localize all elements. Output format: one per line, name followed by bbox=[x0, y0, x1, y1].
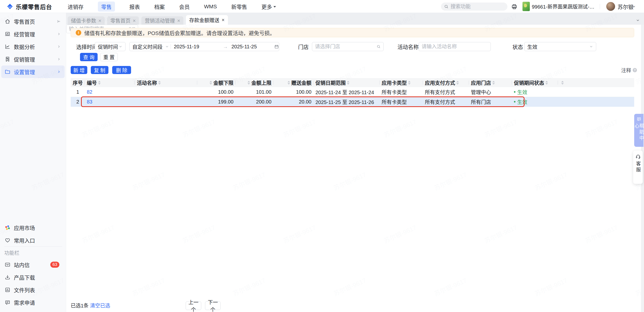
sidebar-item-label: 促销管理 bbox=[14, 55, 57, 63]
range-type-value: 自定义时间段 bbox=[132, 43, 163, 50]
column-header[interactable]: 赠送金额 bbox=[273, 78, 313, 87]
sidebar-item[interactable]: 文件列表 bbox=[1, 284, 65, 296]
question-icon[interactable]: ? bbox=[633, 68, 637, 72]
column-header[interactable]: 应用门店 bbox=[469, 78, 512, 87]
sidebar-item[interactable]: 设置管理 bbox=[1, 65, 65, 78]
close-icon[interactable]: × bbox=[133, 18, 136, 23]
column-header[interactable]: 金额上限 bbox=[235, 78, 273, 87]
column-header[interactable] bbox=[558, 78, 634, 87]
printer-icon[interactable] bbox=[511, 3, 518, 10]
tab[interactable]: 存款金额赠送× bbox=[186, 15, 228, 25]
nav-item[interactable]: 进销存 bbox=[68, 3, 84, 10]
delete-button[interactable]: 删除 bbox=[112, 66, 131, 74]
sidebar-item[interactable]: 站内信63 bbox=[1, 258, 65, 271]
activity-filter-label: 活动名称 bbox=[397, 42, 419, 51]
table-row[interactable]: 182100.00101.00100.002025-11-24 至 2025-1… bbox=[71, 87, 634, 97]
column-label: 活动名称 bbox=[137, 79, 157, 86]
sidebar-item[interactable]: 需求申请 bbox=[1, 296, 65, 309]
sort-icon bbox=[288, 81, 290, 85]
sidebar-item[interactable]: 常用入口 bbox=[1, 234, 65, 247]
tab-list-chevron-icon[interactable] bbox=[636, 18, 640, 22]
query-button[interactable]: 查询 bbox=[80, 53, 98, 61]
store-filter-label: 门店 bbox=[298, 42, 309, 51]
nav-item[interactable]: WMS bbox=[204, 4, 217, 10]
status-dot bbox=[514, 91, 515, 93]
user-name[interactable]: 苏尔银 bbox=[618, 0, 633, 13]
search-input[interactable] bbox=[451, 4, 504, 10]
sidebar-item[interactable]: 零售首页 bbox=[1, 15, 65, 28]
logo-icon bbox=[7, 3, 13, 10]
reset-button[interactable]: 重置 bbox=[100, 53, 118, 61]
column-header[interactable]: 活动名称 bbox=[135, 78, 197, 87]
time-type-select[interactable]: 促销时间 bbox=[95, 42, 126, 51]
time-type-value: 促销时间 bbox=[98, 43, 118, 50]
end-date-field[interactable]: 2025-11-25 bbox=[231, 44, 274, 50]
row-id-link[interactable]: 82 bbox=[87, 89, 92, 95]
column-header[interactable]: 应用卡类型 bbox=[380, 78, 423, 87]
sidebar-item[interactable]: 应用市场 bbox=[1, 221, 65, 234]
chevron-down-icon bbox=[589, 45, 593, 49]
calendar-icon[interactable] bbox=[274, 44, 279, 49]
nav-item[interactable]: 更多 bbox=[261, 3, 276, 10]
nav-item[interactable]: 零售 bbox=[98, 2, 115, 12]
tab[interactable]: 营销活动管理× bbox=[141, 16, 183, 25]
sidebar-item[interactable]: 促销管理 bbox=[1, 53, 65, 65]
nav-item[interactable]: 会员 bbox=[179, 3, 190, 10]
sidebar-item[interactable]: 经营管理 bbox=[1, 28, 65, 40]
table-cell: 生效 bbox=[512, 88, 558, 96]
sidebar-item-label: 零售首页 bbox=[14, 18, 57, 25]
close-icon[interactable]: × bbox=[177, 18, 180, 23]
table-cell: 82 bbox=[85, 89, 135, 95]
close-icon[interactable]: × bbox=[222, 17, 225, 22]
status-badge: 生效 bbox=[514, 88, 527, 96]
nav-item[interactable]: 新零售 bbox=[231, 3, 247, 10]
collapse-sidebar-icon[interactable] bbox=[57, 19, 61, 23]
chevron-down-icon bbox=[273, 6, 276, 8]
activity-name-field[interactable] bbox=[419, 42, 491, 51]
table-cell: 83 bbox=[85, 99, 135, 105]
tab[interactable]: 零售首页× bbox=[107, 16, 139, 25]
start-date-field[interactable]: 2025-11-19 bbox=[174, 44, 223, 50]
table-cell: 101.00 bbox=[235, 89, 273, 95]
next-button[interactable]: 下一个 bbox=[205, 301, 221, 310]
add-button[interactable]: 新增 bbox=[71, 66, 87, 74]
tab[interactable]: 储值卡参数× bbox=[68, 16, 105, 25]
column-label: 金额上限 bbox=[251, 79, 271, 86]
search-icon bbox=[444, 4, 449, 9]
avatar[interactable] bbox=[606, 2, 615, 11]
store-select[interactable] bbox=[312, 42, 384, 51]
global-search[interactable] bbox=[441, 3, 507, 11]
range-type-select[interactable]: 自定义时间段 bbox=[132, 43, 171, 50]
column-header[interactable]: 编号 bbox=[85, 78, 135, 87]
table-cell: 199.00 bbox=[197, 99, 235, 105]
previous-button[interactable]: 上一个 bbox=[186, 301, 201, 310]
user-menu-chevron[interactable] bbox=[632, 0, 636, 13]
sidebar-item[interactable]: 数据分析 bbox=[1, 40, 65, 53]
help-center-panel[interactable]: 帮助中心 bbox=[634, 114, 643, 147]
store-input[interactable] bbox=[315, 44, 377, 50]
sidebar-item-label: 常用入口 bbox=[14, 236, 61, 244]
table-cell: 2025-11-25 至 2025-11-26 bbox=[313, 98, 380, 106]
nav-item[interactable]: 档案 bbox=[154, 3, 165, 10]
column-header[interactable]: 金额下限 bbox=[197, 78, 235, 87]
column-header[interactable]: 促销期间状态 bbox=[512, 78, 558, 87]
close-icon[interactable]: × bbox=[98, 18, 101, 23]
activity-name-input[interactable] bbox=[422, 44, 488, 50]
row-id-link[interactable]: 83 bbox=[87, 99, 92, 105]
nav-item[interactable]: 报表 bbox=[129, 3, 140, 10]
account-switcher[interactable]: 99661-新界面果蔬版测试-管理... bbox=[532, 0, 597, 13]
clear-selection-link[interactable]: 清空已选 bbox=[90, 301, 110, 310]
tab-label: 营销活动管理 bbox=[145, 17, 175, 24]
copy-button[interactable]: 复制 bbox=[91, 66, 108, 74]
status-select[interactable]: 生效 bbox=[524, 42, 596, 51]
table-row[interactable]: 283199.00200.0020.002025-11-25 至 2025-11… bbox=[71, 97, 634, 107]
sidebar-item[interactable]: 产品下载 bbox=[1, 271, 65, 284]
market-icon bbox=[5, 225, 11, 231]
app-logo[interactable]: 乐檬零售后台 bbox=[7, 0, 52, 13]
column-header[interactable]: 促销日期范围 bbox=[313, 78, 380, 87]
customer-service-panel[interactable]: 客服 bbox=[633, 151, 643, 184]
chevron-right-icon bbox=[57, 70, 61, 74]
table-body: 182100.00101.00100.002025-11-24 至 2025-1… bbox=[71, 87, 634, 107]
column-header[interactable]: 应用支付方式 bbox=[423, 78, 469, 87]
unread-badge: 63 bbox=[50, 262, 59, 268]
